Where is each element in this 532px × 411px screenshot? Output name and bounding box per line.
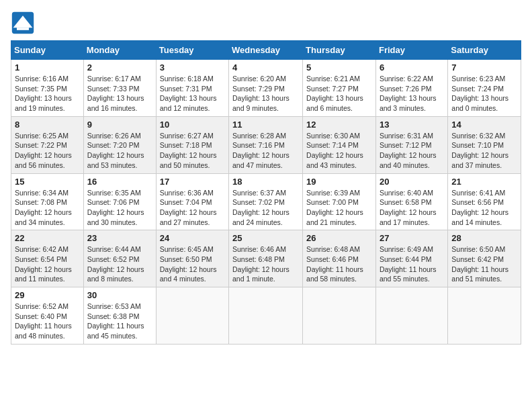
day-cell (303, 287, 376, 345)
day-number: 29 (15, 290, 80, 300)
day-number: 17 (160, 177, 225, 187)
day-number: 28 (451, 233, 517, 243)
day-info: Sunrise: 6:41 AM Sunset: 6:56 PM Dayligh… (451, 188, 517, 228)
day-info: Sunrise: 6:46 AM Sunset: 6:48 PM Dayligh… (232, 244, 299, 284)
day-number: 22 (15, 233, 80, 243)
day-info: Sunrise: 6:44 AM Sunset: 6:52 PM Dayligh… (87, 244, 152, 284)
day-number: 11 (232, 120, 299, 130)
day-number: 8 (15, 120, 80, 130)
day-cell (448, 287, 521, 345)
day-number: 25 (232, 233, 299, 243)
day-cell: 24Sunrise: 6:45 AM Sunset: 6:50 PM Dayli… (156, 230, 228, 287)
day-cell: 23Sunrise: 6:44 AM Sunset: 6:52 PM Dayli… (83, 230, 156, 287)
day-cell: 2Sunrise: 6:17 AM Sunset: 7:33 PM Daylig… (83, 60, 156, 117)
week-row-1: 1Sunrise: 6:16 AM Sunset: 7:35 PM Daylig… (11, 60, 521, 117)
day-info: Sunrise: 6:45 AM Sunset: 6:50 PM Dayligh… (160, 244, 225, 284)
day-info: Sunrise: 6:31 AM Sunset: 7:12 PM Dayligh… (380, 131, 444, 171)
day-number: 9 (87, 120, 152, 130)
day-number: 3 (160, 62, 225, 73)
day-info: Sunrise: 6:16 AM Sunset: 7:35 PM Dayligh… (15, 74, 80, 113)
day-info: Sunrise: 6:23 AM Sunset: 7:24 PM Dayligh… (451, 74, 517, 113)
day-info: Sunrise: 6:52 AM Sunset: 6:40 PM Dayligh… (15, 302, 80, 341)
day-info: Sunrise: 6:39 AM Sunset: 7:00 PM Dayligh… (306, 188, 372, 228)
day-info: Sunrise: 6:18 AM Sunset: 7:31 PM Dayligh… (160, 74, 225, 113)
day-cell (229, 287, 303, 345)
day-number: 27 (380, 233, 444, 243)
day-info: Sunrise: 6:48 AM Sunset: 6:46 PM Dayligh… (306, 244, 372, 284)
day-cell: 5Sunrise: 6:21 AM Sunset: 7:27 PM Daylig… (303, 60, 376, 117)
day-number: 24 (160, 233, 225, 243)
calendar-body: 1Sunrise: 6:16 AM Sunset: 7:35 PM Daylig… (11, 60, 521, 345)
day-info: Sunrise: 6:17 AM Sunset: 7:33 PM Dayligh… (87, 74, 152, 113)
calendar: SundayMondayTuesdayWednesdayThursdayFrid… (11, 40, 521, 345)
day-cell: 27Sunrise: 6:49 AM Sunset: 6:44 PM Dayli… (375, 230, 447, 287)
day-info: Sunrise: 6:36 AM Sunset: 7:04 PM Dayligh… (160, 188, 225, 228)
day-cell: 4Sunrise: 6:20 AM Sunset: 7:29 PM Daylig… (229, 60, 303, 117)
day-cell: 1Sunrise: 6:16 AM Sunset: 7:35 PM Daylig… (11, 60, 84, 117)
logo-icon (11, 11, 35, 35)
day-cell (156, 287, 228, 345)
day-info: Sunrise: 6:34 AM Sunset: 7:08 PM Dayligh… (15, 188, 80, 228)
day-info: Sunrise: 6:25 AM Sunset: 7:22 PM Dayligh… (15, 131, 80, 171)
day-cell: 8Sunrise: 6:25 AM Sunset: 7:22 PM Daylig… (11, 116, 84, 173)
day-number: 7 (451, 62, 517, 73)
week-row-4: 22Sunrise: 6:42 AM Sunset: 6:54 PM Dayli… (11, 230, 521, 287)
day-number: 30 (87, 290, 152, 300)
day-number: 20 (380, 177, 444, 187)
svg-rect-2 (17, 28, 29, 30)
day-number: 5 (306, 62, 372, 73)
day-info: Sunrise: 6:53 AM Sunset: 6:38 PM Dayligh… (87, 302, 152, 341)
day-cell: 10Sunrise: 6:27 AM Sunset: 7:18 PM Dayli… (156, 116, 228, 173)
page-header (11, 11, 521, 35)
day-number: 23 (87, 233, 152, 243)
day-info: Sunrise: 6:50 AM Sunset: 6:42 PM Dayligh… (451, 244, 517, 284)
day-cell: 12Sunrise: 6:30 AM Sunset: 7:14 PM Dayli… (303, 116, 376, 173)
day-info: Sunrise: 6:42 AM Sunset: 6:54 PM Dayligh… (15, 244, 80, 284)
day-header-tuesday: Tuesday (156, 41, 228, 60)
day-cell: 28Sunrise: 6:50 AM Sunset: 6:42 PM Dayli… (448, 230, 521, 287)
day-cell: 17Sunrise: 6:36 AM Sunset: 7:04 PM Dayli… (156, 173, 228, 230)
day-header-wednesday: Wednesday (229, 41, 303, 60)
day-info: Sunrise: 6:22 AM Sunset: 7:26 PM Dayligh… (380, 74, 444, 113)
day-cell: 20Sunrise: 6:40 AM Sunset: 6:58 PM Dayli… (375, 173, 447, 230)
day-info: Sunrise: 6:37 AM Sunset: 7:02 PM Dayligh… (232, 188, 299, 228)
day-info: Sunrise: 6:20 AM Sunset: 7:29 PM Dayligh… (232, 74, 299, 113)
day-cell: 30Sunrise: 6:53 AM Sunset: 6:38 PM Dayli… (83, 287, 156, 345)
day-info: Sunrise: 6:49 AM Sunset: 6:44 PM Dayligh… (380, 244, 444, 284)
day-number: 13 (380, 120, 444, 130)
day-header-sunday: Sunday (11, 41, 84, 60)
week-row-5: 29Sunrise: 6:52 AM Sunset: 6:40 PM Dayli… (11, 287, 521, 345)
day-number: 1 (15, 62, 80, 73)
day-number: 10 (160, 120, 225, 130)
day-cell: 13Sunrise: 6:31 AM Sunset: 7:12 PM Dayli… (375, 116, 447, 173)
day-cell: 9Sunrise: 6:26 AM Sunset: 7:20 PM Daylig… (83, 116, 156, 173)
day-header-saturday: Saturday (448, 41, 521, 60)
day-number: 4 (232, 62, 299, 73)
day-info: Sunrise: 6:30 AM Sunset: 7:14 PM Dayligh… (306, 131, 372, 171)
day-number: 16 (87, 177, 152, 187)
day-cell: 18Sunrise: 6:37 AM Sunset: 7:02 PM Dayli… (229, 173, 303, 230)
day-info: Sunrise: 6:26 AM Sunset: 7:20 PM Dayligh… (87, 131, 152, 171)
calendar-header-row: SundayMondayTuesdayWednesdayThursdayFrid… (11, 41, 521, 60)
day-info: Sunrise: 6:21 AM Sunset: 7:27 PM Dayligh… (306, 74, 372, 113)
day-cell: 6Sunrise: 6:22 AM Sunset: 7:26 PM Daylig… (375, 60, 447, 117)
day-cell: 7Sunrise: 6:23 AM Sunset: 7:24 PM Daylig… (448, 60, 521, 117)
day-info: Sunrise: 6:35 AM Sunset: 7:06 PM Dayligh… (87, 188, 152, 228)
day-cell: 11Sunrise: 6:28 AM Sunset: 7:16 PM Dayli… (229, 116, 303, 173)
day-header-monday: Monday (83, 41, 156, 60)
day-number: 15 (15, 177, 80, 187)
week-row-3: 15Sunrise: 6:34 AM Sunset: 7:08 PM Dayli… (11, 173, 521, 230)
day-cell: 3Sunrise: 6:18 AM Sunset: 7:31 PM Daylig… (156, 60, 228, 117)
day-number: 26 (306, 233, 372, 243)
day-cell: 26Sunrise: 6:48 AM Sunset: 6:46 PM Dayli… (303, 230, 376, 287)
day-cell: 22Sunrise: 6:42 AM Sunset: 6:54 PM Dayli… (11, 230, 84, 287)
day-header-friday: Friday (375, 41, 447, 60)
day-cell: 25Sunrise: 6:46 AM Sunset: 6:48 PM Dayli… (229, 230, 303, 287)
day-cell: 14Sunrise: 6:32 AM Sunset: 7:10 PM Dayli… (448, 116, 521, 173)
day-cell: 15Sunrise: 6:34 AM Sunset: 7:08 PM Dayli… (11, 173, 84, 230)
day-number: 14 (451, 120, 517, 130)
day-header-thursday: Thursday (303, 41, 376, 60)
day-number: 18 (232, 177, 299, 187)
day-number: 21 (451, 177, 517, 187)
day-info: Sunrise: 6:28 AM Sunset: 7:16 PM Dayligh… (232, 131, 299, 171)
